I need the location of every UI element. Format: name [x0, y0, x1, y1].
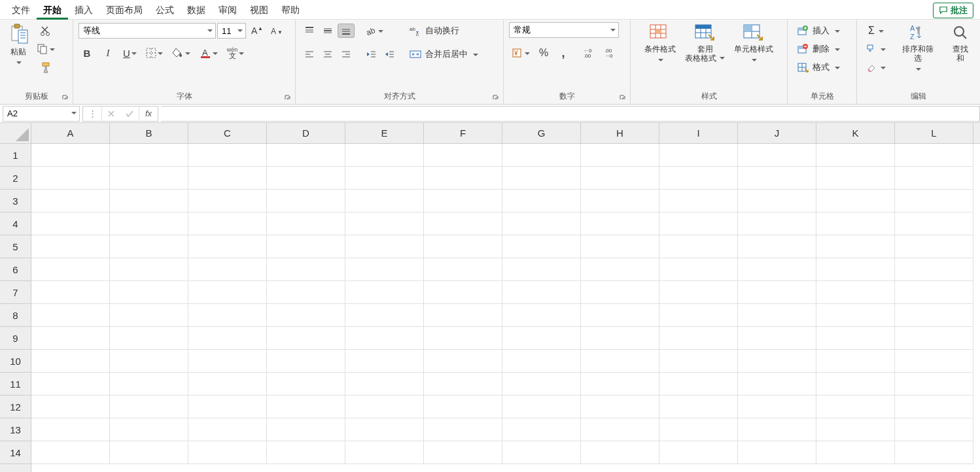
cell[interactable] [345, 190, 424, 212]
tab-page-layout[interactable]: 页面布局 [99, 0, 149, 20]
cell[interactable] [502, 418, 581, 441]
column-header[interactable]: H [581, 123, 659, 143]
font-color-button[interactable]: A [197, 44, 220, 61]
cell[interactable] [659, 373, 738, 396]
cell[interactable] [659, 418, 738, 441]
cell[interactable] [267, 418, 345, 441]
cell[interactable] [110, 304, 188, 327]
increase-decimal-button[interactable]: ←0.00 [581, 44, 599, 61]
row-header[interactable]: 2 [0, 167, 31, 190]
cell[interactable] [345, 441, 424, 464]
cell[interactable] [31, 418, 110, 441]
merge-center-button[interactable]: 合并后居中 [406, 46, 482, 63]
cell[interactable] [188, 144, 267, 167]
formula-options-button[interactable]: ⋮ [83, 107, 101, 121]
cell[interactable] [502, 258, 581, 281]
cell[interactable] [31, 396, 110, 418]
cell[interactable] [345, 281, 424, 304]
cell[interactable] [502, 396, 581, 418]
cell[interactable] [31, 441, 110, 464]
increase-font-button[interactable]: A▲ [247, 22, 266, 39]
cell[interactable] [188, 190, 267, 212]
cell[interactable] [659, 258, 738, 281]
cell[interactable] [659, 396, 738, 418]
column-header[interactable]: I [659, 123, 738, 143]
decrease-font-button[interactable]: A▼ [267, 22, 285, 39]
cell[interactable] [816, 258, 895, 281]
increase-indent-button[interactable] [381, 46, 398, 63]
cell[interactable] [110, 167, 188, 190]
cell[interactable] [110, 327, 188, 350]
cell[interactable] [502, 327, 581, 350]
cell[interactable] [267, 258, 345, 281]
accounting-format-button[interactable]: ¥ [509, 44, 533, 61]
cell[interactable] [424, 327, 502, 350]
cell[interactable] [581, 373, 659, 396]
cell[interactable] [188, 373, 267, 396]
accept-formula-button[interactable] [120, 107, 139, 121]
cell[interactable] [738, 373, 816, 396]
column-header[interactable]: F [424, 123, 502, 143]
bold-button[interactable]: B [79, 44, 96, 61]
cell[interactable] [110, 190, 188, 212]
cell[interactable] [581, 235, 659, 258]
row-header[interactable]: 14 [0, 441, 31, 464]
formula-input[interactable] [161, 106, 980, 122]
number-launcher[interactable] [618, 93, 627, 103]
cell[interactable] [816, 235, 895, 258]
cell[interactable] [424, 212, 502, 235]
paste-button[interactable]: 粘贴 [5, 22, 31, 69]
tab-review[interactable]: 审阅 [212, 0, 243, 20]
cell[interactable] [267, 327, 345, 350]
cell-styles-button[interactable]: 单元格样式 [731, 22, 776, 66]
cell[interactable] [659, 167, 738, 190]
tab-data[interactable]: 数据 [181, 0, 212, 20]
cell[interactable] [816, 304, 895, 327]
insert-cells-button[interactable]: 插入 [793, 22, 844, 39]
row-header[interactable]: 12 [0, 396, 31, 418]
cell[interactable] [502, 212, 581, 235]
cell[interactable] [31, 167, 110, 190]
cell[interactable] [267, 190, 345, 212]
clipboard-launcher[interactable] [61, 93, 70, 103]
cell[interactable] [345, 373, 424, 396]
cell[interactable] [345, 350, 424, 373]
cell[interactable] [110, 373, 188, 396]
column-header[interactable]: L [895, 123, 973, 143]
cell[interactable] [816, 212, 895, 235]
cell[interactable] [738, 167, 816, 190]
cell[interactable] [581, 212, 659, 235]
cell[interactable] [267, 167, 345, 190]
cell[interactable] [267, 304, 345, 327]
cell[interactable] [816, 281, 895, 304]
cell[interactable] [895, 373, 973, 396]
cell[interactable] [345, 327, 424, 350]
cell[interactable] [110, 281, 188, 304]
cell[interactable] [424, 235, 502, 258]
cell[interactable] [31, 304, 110, 327]
cell[interactable] [267, 235, 345, 258]
cell[interactable] [110, 441, 188, 464]
clear-button[interactable] [862, 59, 890, 76]
cell[interactable] [895, 441, 973, 464]
cell[interactable] [895, 327, 973, 350]
sort-filter-button[interactable]: AZ 排序和筛选 [896, 22, 940, 75]
tab-file[interactable]: 文件 [5, 0, 37, 20]
find-select-button[interactable]: 查找和 [947, 22, 975, 64]
row-header[interactable]: 6 [0, 258, 31, 281]
cell[interactable] [738, 418, 816, 441]
cell[interactable] [816, 167, 895, 190]
autosum-button[interactable]: Σ [862, 22, 890, 39]
align-left-button[interactable] [301, 47, 318, 61]
cell[interactable] [424, 144, 502, 167]
row-header[interactable]: 7 [0, 281, 31, 304]
percent-button[interactable]: % [535, 44, 552, 61]
cell[interactable] [424, 281, 502, 304]
comma-style-button[interactable]: , [555, 44, 572, 61]
cell[interactable] [895, 167, 973, 190]
tab-help[interactable]: 帮助 [275, 0, 306, 20]
cell[interactable] [188, 350, 267, 373]
cell[interactable] [31, 350, 110, 373]
cell[interactable] [659, 350, 738, 373]
fill-button[interactable] [862, 41, 890, 58]
